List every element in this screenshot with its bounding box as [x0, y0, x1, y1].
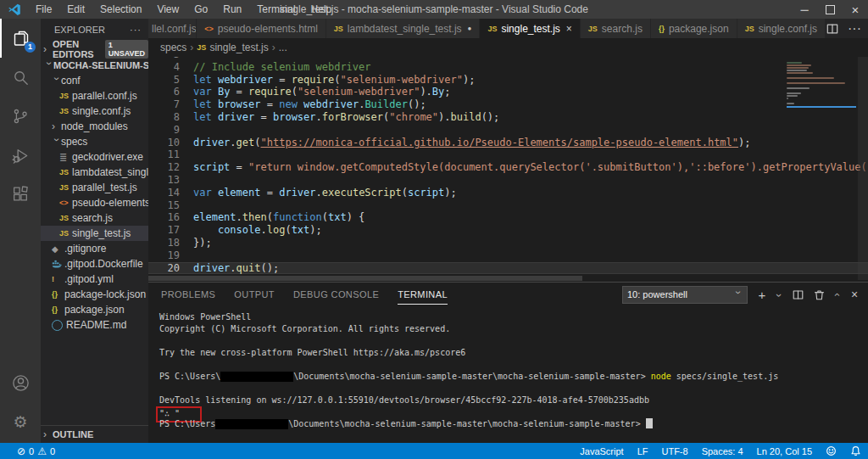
tree-item-mocha-selenium-samp[interactable]: ›MOCHA-SELENIUM-SAMP...	[41, 58, 148, 73]
tree-item-single-test-js[interactable]: JSsingle_test.js	[41, 226, 148, 241]
code-line-5[interactable]: 5let webdriver = require("selenium-webdr…	[148, 74, 868, 87]
status-ln-20-col-15[interactable]: Ln 20, Col 15	[750, 446, 819, 456]
line-number: 14	[148, 187, 180, 199]
explorer-icon[interactable]: 1	[0, 19, 41, 58]
terminal-dropdown[interactable]: 10: powershell ›	[622, 286, 748, 304]
minimap-line	[787, 82, 845, 84]
menu-run[interactable]: Run	[215, 3, 249, 15]
tab-single-test-js[interactable]: JSsingle_test.js×	[480, 19, 580, 38]
code-line-19[interactable]: 19	[148, 249, 868, 262]
code-line-11[interactable]: 11	[148, 148, 868, 161]
tree-item-search-js[interactable]: JSsearch.js	[41, 210, 148, 226]
tree-item-label: lambdatest_single_t...	[72, 166, 148, 178]
chevron-down-icon[interactable]: ›	[773, 292, 787, 299]
code-line-16[interactable]: 16element.then(function(txt) {	[148, 211, 868, 224]
tree-item-pseudo-elements-ht[interactable]: <>pseudo-elements.ht...	[41, 195, 148, 210]
vertical-scrollbar[interactable]	[858, 57, 868, 280]
outline-section[interactable]: › OUTLINE	[41, 425, 148, 443]
minimap[interactable]	[787, 59, 856, 108]
tree-item-parallel-test-js[interactable]: JSparallel_test.js	[41, 180, 148, 195]
panel-tab-problems[interactable]: PROBLEMS	[161, 284, 215, 305]
code-line-10[interactable]: 10driver.get("https://monica-official.gi…	[148, 137, 868, 149]
tree-item-gitpod-yml[interactable]: !.gitpod.yml	[41, 271, 148, 287]
tree-item-conf[interactable]: ›conf	[41, 73, 148, 88]
bell-icon[interactable]	[843, 445, 868, 456]
panel-tab-terminal[interactable]: TERMINAL	[398, 284, 448, 305]
code-line-18[interactable]: 18});	[148, 237, 868, 249]
horizontal-scrollbar[interactable]	[148, 276, 582, 281]
code-line-8[interactable]: 8let driver = browser.forBrowser("chrome…	[148, 111, 868, 124]
terminal-line: Try the new cross-platform PowerShell ht…	[159, 347, 860, 359]
close-button[interactable]: ×	[843, 0, 868, 19]
code-text: var element = driver.executeScript(scrip…	[180, 187, 457, 199]
terminal-output[interactable]: Windows PowerShellCopyright (C) Microsof…	[159, 311, 860, 439]
panel-tab-output[interactable]: OUTPUT	[234, 284, 275, 305]
code-line-12[interactable]: 12script = "return window.getComputedSty…	[148, 161, 868, 174]
extensions-icon[interactable]	[0, 175, 41, 214]
tree-item-package-lock-json[interactable]: {}package-lock.json	[41, 287, 148, 302]
tab-lambdatest-single-test-js[interactable]: JSlambdatest_single_test.js●	[326, 19, 481, 38]
new-terminal-icon[interactable]: +	[755, 288, 769, 301]
breadcrumb-item-single-test-js[interactable]: single_test.js	[209, 42, 268, 53]
code-line-9[interactable]: 9	[148, 124, 868, 137]
run-debug-icon[interactable]	[0, 136, 41, 175]
menu-go[interactable]: Go	[186, 3, 215, 15]
code-line-13[interactable]: 13	[148, 174, 868, 187]
tree-item-readme-md[interactable]: README.md	[41, 317, 148, 333]
close-panel-icon[interactable]: ×	[848, 288, 861, 301]
tab-package-json[interactable]: {}package.json	[651, 19, 737, 38]
source-control-icon[interactable]	[0, 97, 41, 136]
account-icon[interactable]	[0, 363, 41, 402]
breadcrumb-item-[interactable]: ...	[279, 42, 287, 53]
maximize-panel-icon[interactable]: ›	[829, 291, 843, 298]
feedback-smiley-icon[interactable]	[819, 445, 843, 456]
more-actions-icon[interactable]: ···	[130, 25, 142, 35]
tab-pseudo-elements-html[interactable]: <>pseudo-elements.html	[197, 19, 326, 38]
split-terminal-icon[interactable]	[791, 288, 804, 301]
code-line-15[interactable]: 15	[148, 199, 868, 212]
menu-selection[interactable]: Selection	[92, 3, 149, 15]
menu-file[interactable]: File	[28, 3, 59, 15]
code-editor[interactable]: 34// Include selenium webdriver5let webd…	[148, 57, 868, 282]
menu-edit[interactable]: Edit	[59, 3, 92, 15]
status-utf-8[interactable]: UTF-8	[654, 446, 694, 456]
tree-item-single-conf-js[interactable]: JSsingle.conf.js	[41, 104, 148, 119]
panel-tab-debug-console[interactable]: DEBUG CONSOLE	[293, 284, 379, 305]
tree-item-geckodriver-exe[interactable]: ≣geckodriver.exe	[41, 149, 148, 165]
code-line-14[interactable]: 14var element = driver.executeScript(scr…	[148, 187, 868, 199]
kill-terminal-icon[interactable]	[812, 288, 826, 301]
tab-llel-conf-js[interactable]: llel.conf.js	[148, 19, 197, 38]
minimize-button[interactable]: ─	[792, 0, 817, 19]
search-icon[interactable]	[0, 58, 41, 97]
more-actions-icon[interactable]: ···	[848, 21, 861, 36]
tree-item-lambdatest-single-t[interactable]: JSlambdatest_single_t...	[41, 165, 148, 180]
split-editor-icon[interactable]	[826, 22, 839, 36]
tree-item-package-json[interactable]: {}package.json	[41, 302, 148, 317]
tree-item-specs[interactable]: ›specs	[41, 134, 148, 149]
code-line-4[interactable]: 4// Include selenium webdriver	[148, 61, 868, 74]
terminal-line	[159, 383, 860, 395]
restore-button[interactable]	[817, 0, 843, 19]
close-tab-icon[interactable]: ×	[566, 23, 572, 35]
tab-search-js[interactable]: JSsearch.js	[581, 19, 651, 38]
code-line-20[interactable]: 20driver.quit();	[148, 262, 868, 275]
tab-single-conf-js[interactable]: JSsingle.conf.js	[737, 19, 826, 38]
tree-item-gitpod-dockerfile[interactable]: .gitpod.Dockerfile	[41, 256, 148, 271]
settings-icon[interactable]: ⚙	[0, 402, 41, 441]
tree-item-node-modules[interactable]: ›node_modules	[41, 119, 148, 134]
code-line-7[interactable]: 7let browser = new webdriver.Builder();	[148, 98, 868, 111]
status-lf[interactable]: LF	[631, 446, 655, 456]
status-spaces-4[interactable]: Spaces: 4	[695, 446, 750, 456]
code-text: let driver = browser.forBrowser("chrome"…	[180, 111, 499, 124]
status-javascript[interactable]: JavaScript	[573, 446, 630, 456]
tree-item-parallel-conf-js[interactable]: JSparallel.conf.js	[41, 88, 148, 104]
js-file-icon: JS	[59, 229, 72, 238]
menu-view[interactable]: View	[149, 3, 186, 15]
breadcrumb[interactable]: specs›JSsingle_test.js›...	[148, 38, 868, 57]
code-line-17[interactable]: 17 console.log(txt);	[148, 224, 868, 237]
code-line-6[interactable]: 6var By = require("selenium-webdriver").…	[148, 86, 868, 98]
breadcrumb-item-specs[interactable]: specs	[160, 42, 186, 53]
problems-status[interactable]: ⊘ 0 ⚠ 0	[10, 446, 62, 456]
tree-item-gitignore[interactable]: ◆.gitignore	[41, 241, 148, 256]
open-editors-section[interactable]: › OPEN EDITORS 1 UNSAVED	[41, 41, 148, 58]
